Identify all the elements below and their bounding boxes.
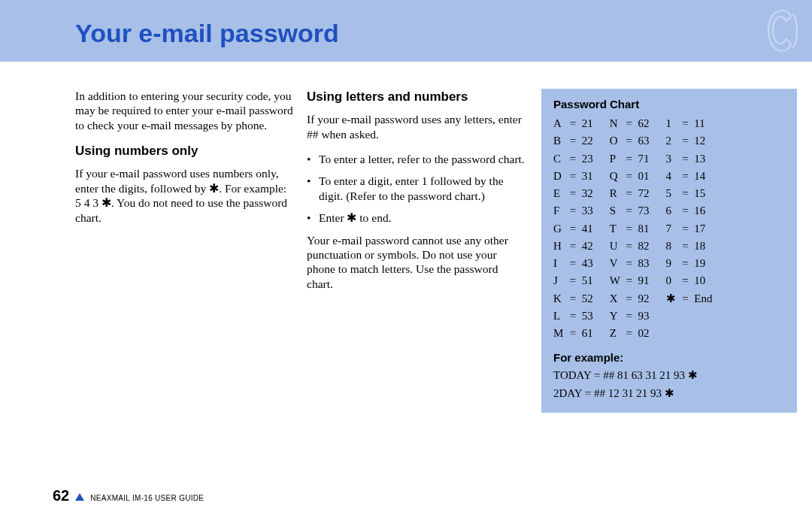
chart-col-right: 1= 112= 123= 134= 145= 156= 167= 178= 18…: [666, 115, 713, 342]
instructions-list: To enter a letter, refer to the password…: [307, 152, 525, 226]
chart-row: J= 51: [553, 272, 593, 289]
chart-row: W= 91: [610, 272, 650, 289]
chart-row: 0= 10: [666, 272, 713, 289]
phone-icon: [759, 6, 801, 59]
chart-row: N= 62: [610, 115, 650, 132]
list-item: Enter ✱ to end.: [307, 211, 525, 225]
chart-row: R= 72: [610, 185, 650, 202]
chart-row: Z= 02: [610, 325, 650, 342]
chart-row: 8= 18: [666, 238, 713, 255]
chart-title: Password Chart: [553, 98, 785, 111]
chart-row: E= 32: [553, 185, 593, 202]
chart-row: A= 21: [553, 115, 593, 132]
chart-row: D= 31: [553, 168, 593, 185]
letters-intro: If your e-mail password uses any letters…: [307, 112, 525, 141]
chart-row: 9= 19: [666, 255, 713, 272]
chart-row: P= 71: [610, 150, 650, 168]
chart-row: 5= 15: [666, 185, 713, 202]
chart-columns: A= 21B= 22C= 23D= 31E= 32F= 33G= 41H= 42…: [553, 115, 785, 342]
chart-row: X= 92: [610, 290, 650, 307]
list-item: To enter a digit, enter 1 followed by th…: [307, 174, 525, 203]
header-band: Your e-mail password: [0, 0, 812, 62]
triangle-icon: [75, 493, 84, 501]
list-item: To enter a letter, refer to the password…: [307, 152, 525, 166]
content: In addition to entering your security co…: [0, 62, 812, 413]
chart-row: L= 53: [553, 307, 593, 325]
example-2: 2DAY = ## 12 31 21 93 ✱: [553, 385, 785, 402]
chart-row: Y= 93: [610, 307, 650, 325]
chart-row: 7= 17: [666, 220, 713, 238]
chart-row: ✱= End: [666, 290, 713, 307]
chart-row: O= 63: [610, 132, 650, 150]
chart-row: M= 61: [553, 325, 593, 342]
chart-row: 1= 11: [666, 115, 713, 132]
for-example-label: For example:: [553, 351, 785, 364]
chart-col-middle: N= 62O= 63P= 71Q= 01R= 72S= 73T= 81U= 82…: [610, 115, 650, 342]
chart-row: G= 41: [553, 220, 593, 238]
example-1: TODAY = ## 81 63 31 21 93 ✱: [553, 367, 785, 384]
page-number: 62: [53, 487, 69, 504]
chart-row: 3= 13: [666, 150, 713, 168]
intro-text: In addition to entering your security co…: [75, 89, 293, 132]
chart-row: 6= 16: [666, 202, 713, 220]
chart-row: T= 81: [610, 220, 650, 238]
footer: 62 NEAXMAIL IM-16 USER GUIDE: [53, 487, 204, 504]
subhead-letters-numbers: Using letters and numbers: [307, 89, 525, 105]
column-left: In addition to entering your security co…: [75, 89, 293, 413]
chart-row: V= 83: [610, 255, 650, 272]
column-middle: Using letters and numbers If your e-mail…: [307, 89, 525, 413]
chart-row: Q= 01: [610, 168, 650, 185]
chart-row: U= 82: [610, 238, 650, 255]
chart-row: B= 22: [553, 132, 593, 150]
numbers-only-text: If your e-mail password uses numbers onl…: [75, 166, 293, 225]
chart-row: 2= 12: [666, 132, 713, 150]
chart-row: K= 52: [553, 290, 593, 307]
chart-row: S= 73: [610, 202, 650, 220]
chart-row: I= 43: [553, 255, 593, 272]
chart-row: 4= 14: [666, 168, 713, 185]
page-title: Your e-mail password: [75, 19, 339, 48]
guide-name: NEAXMAIL IM-16 USER GUIDE: [90, 494, 204, 502]
chart-row: F= 33: [553, 202, 593, 220]
password-chart: Password Chart A= 21B= 22C= 23D= 31E= 32…: [541, 89, 797, 413]
chart-row: H= 42: [553, 238, 593, 255]
subhead-numbers-only: Using numbers only: [75, 143, 293, 159]
chart-col-left: A= 21B= 22C= 23D= 31E= 32F= 33G= 41H= 42…: [553, 115, 593, 342]
chart-row: C= 23: [553, 150, 593, 168]
letters-note: Your e-mail password cannot use any othe…: [307, 233, 525, 292]
